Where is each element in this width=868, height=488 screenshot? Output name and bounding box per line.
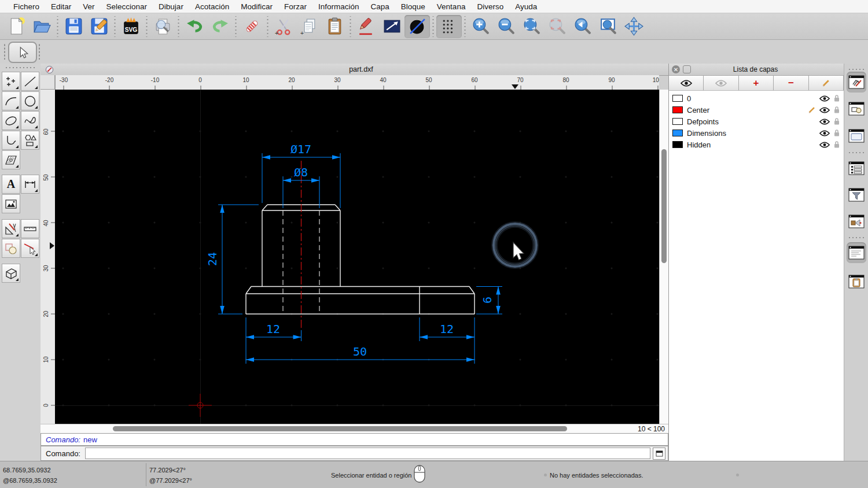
- point-tool-button[interactable]: [2, 72, 20, 91]
- zoom-in-button[interactable]: [468, 15, 494, 38]
- layer-lock-icon[interactable]: [833, 106, 840, 114]
- layer-row-defpoints[interactable]: Defpoints: [669, 116, 844, 127]
- copy-button[interactable]: +: [296, 15, 322, 38]
- document-tab-title[interactable]: part.dxf: [54, 65, 668, 73]
- menu-diverso[interactable]: Diverso: [471, 2, 509, 11]
- circle-tool-palette-button[interactable]: [21, 91, 39, 110]
- solid-tool-button[interactable]: [2, 264, 20, 283]
- svg-export-button[interactable]: SVG: [118, 15, 144, 38]
- remove-layer-button[interactable]: −: [774, 76, 808, 90]
- layer-lock-icon[interactable]: [833, 117, 840, 125]
- show-all-layers-button[interactable]: [669, 76, 704, 90]
- menu-modificar[interactable]: Modificar: [235, 2, 278, 11]
- layer-visible-icon[interactable]: [819, 130, 830, 136]
- menu-dibujar[interactable]: Dibujar: [153, 2, 189, 11]
- line-tool-palette-button[interactable]: [21, 72, 39, 91]
- property-editor-panel-button[interactable]: [847, 158, 866, 179]
- layer-list-panel-button[interactable]: [847, 72, 866, 93]
- zoom-previous-button[interactable]: [570, 15, 595, 38]
- drawing-viewport[interactable]: Ø17 Ø8 24 6: [55, 90, 659, 424]
- layer-row-center[interactable]: Center: [669, 104, 844, 116]
- horizontal-scrollbar-thumb[interactable]: [113, 426, 567, 431]
- layer-color-swatch[interactable]: [672, 95, 683, 102]
- print-preview-button[interactable]: [150, 15, 175, 38]
- zoom-window-button[interactable]: [595, 15, 621, 38]
- block-list-panel-button[interactable]: [847, 98, 866, 119]
- view-list-panel-button[interactable]: [847, 125, 866, 146]
- vertical-scrollbar-thumb[interactable]: [661, 149, 667, 263]
- layer-visible-icon[interactable]: [819, 142, 830, 148]
- drafting-tools-button[interactable]: [2, 219, 20, 238]
- layer-row-dimensions[interactable]: Dimensions: [669, 127, 844, 139]
- modify-tool-button[interactable]: [2, 239, 20, 258]
- zoom-selection-button[interactable]: [545, 15, 570, 38]
- zoom-auto-button[interactable]: [519, 15, 545, 38]
- menu-seleccionar[interactable]: Seleccionar: [101, 2, 153, 11]
- menu-ventana[interactable]: Ventana: [431, 2, 472, 11]
- menu-acotacion[interactable]: Acotación: [189, 2, 235, 11]
- delete-button[interactable]: [239, 15, 264, 38]
- layer-color-swatch[interactable]: [672, 118, 683, 125]
- undo-button[interactable]: [182, 15, 207, 38]
- ellipse-tool-button[interactable]: [2, 111, 20, 130]
- save-button[interactable]: [61, 15, 86, 38]
- hatch-tool-button[interactable]: [2, 150, 20, 169]
- command-input[interactable]: [85, 448, 650, 459]
- layer-color-swatch[interactable]: [672, 106, 683, 113]
- layer-color-swatch[interactable]: [672, 141, 683, 148]
- layer-visible-icon[interactable]: [819, 107, 830, 113]
- pan-button[interactable]: [621, 15, 646, 38]
- text-tool-button[interactable]: A: [2, 175, 20, 194]
- undock-panel-icon[interactable]: [683, 65, 691, 73]
- vertical-scrollbar[interactable]: [659, 90, 669, 424]
- measure-tool-button[interactable]: [21, 219, 39, 238]
- new-file-button[interactable]: [3, 15, 29, 38]
- arc-tool-button[interactable]: [2, 91, 20, 110]
- line-edit-button[interactable]: [379, 15, 404, 38]
- layer-lock-icon[interactable]: [833, 141, 840, 149]
- spline-tool-button[interactable]: [21, 111, 39, 130]
- layer-lock-icon[interactable]: [833, 94, 840, 102]
- edit-layer-button[interactable]: [809, 76, 844, 90]
- menu-ayuda[interactable]: Ayuda: [509, 2, 543, 11]
- menu-forzar[interactable]: Forzar: [278, 2, 312, 11]
- command-line-panel-button[interactable]: [847, 242, 866, 263]
- image-tool-button[interactable]: [2, 194, 20, 213]
- shape-tool-button[interactable]: [21, 131, 39, 150]
- horizontal-scrollbar[interactable]: 10 < 100: [41, 424, 668, 434]
- layer-lock-icon[interactable]: [833, 129, 840, 137]
- add-layer-button[interactable]: +: [739, 76, 774, 90]
- grid-toggle-button[interactable]: [436, 15, 462, 38]
- selection-filter-panel-button[interactable]: [847, 184, 866, 205]
- menu-editar[interactable]: Editar: [45, 2, 77, 11]
- layer-row-0[interactable]: 0: [669, 93, 844, 104]
- redo-button[interactable]: [207, 15, 233, 38]
- save-as-button[interactable]: [86, 15, 112, 38]
- menu-fichero[interactable]: Fichero: [8, 2, 45, 11]
- drawing-canvas-svg[interactable]: Ø17 Ø8 24 6: [55, 90, 659, 424]
- menu-informacion[interactable]: Información: [312, 2, 365, 11]
- drag-handle[interactable]: [3, 43, 6, 60]
- circle-tool-button[interactable]: [404, 15, 430, 38]
- layer-visible-icon[interactable]: [819, 119, 830, 125]
- draw-pencil-button[interactable]: [354, 15, 379, 38]
- open-file-button[interactable]: [29, 15, 54, 38]
- clipboard-panel-button[interactable]: [847, 271, 866, 292]
- menu-ver[interactable]: Ver: [77, 2, 100, 11]
- cut-button[interactable]: +: [271, 15, 296, 38]
- polyline-tool-button[interactable]: [2, 131, 20, 150]
- hide-all-layers-button[interactable]: [704, 76, 738, 90]
- dimension-tool-button[interactable]: [21, 175, 39, 194]
- drag-handle[interactable]: [38, 43, 41, 60]
- trim-tool-button[interactable]: [21, 239, 39, 258]
- selection-tool-button[interactable]: [8, 42, 37, 63]
- menu-bloque[interactable]: Bloque: [395, 2, 431, 11]
- paste-button[interactable]: [322, 15, 347, 38]
- close-panel-icon[interactable]: ✕: [672, 65, 680, 73]
- layer-row-hidden[interactable]: Hidden: [669, 139, 844, 150]
- zoom-out-button[interactable]: [494, 15, 519, 38]
- drag-handle[interactable]: [848, 68, 865, 71]
- command-options-button[interactable]: [653, 448, 665, 460]
- library-browser-panel-button[interactable]: [847, 211, 866, 232]
- menu-capa[interactable]: Capa: [365, 2, 395, 11]
